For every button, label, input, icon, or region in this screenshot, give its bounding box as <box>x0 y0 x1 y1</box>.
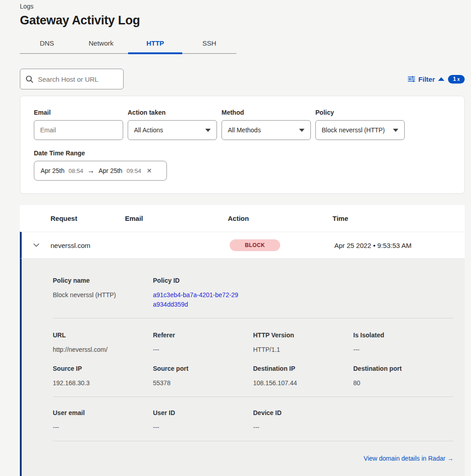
start-date: Apr 25th <box>41 167 65 174</box>
search-icon <box>26 75 33 83</box>
user-id-label: User ID <box>153 409 253 416</box>
request-host: neverssl.com <box>51 242 90 249</box>
method-select[interactable]: All Methods <box>222 120 311 140</box>
user-email-field: User email --- <box>53 409 153 441</box>
expanded-row-details: Policy name Block neverssl (HTTP) Policy… <box>20 259 465 476</box>
block-status-badge: BLOCK <box>230 239 280 251</box>
clear-date-range-icon[interactable]: ✕ <box>147 167 152 174</box>
action-taken-label: Action taken <box>128 109 217 116</box>
destination-ip-value: 108.156.107.44 <box>253 378 353 388</box>
filter-count: 1 <box>453 76 456 82</box>
table-header-row: Request Email Action Time <box>20 205 465 232</box>
filter-fields-row: Email Action taken All Actions Method Al… <box>34 109 451 140</box>
action-taken-field: Action taken All Actions <box>128 109 217 140</box>
collapse-caret-icon <box>438 77 444 81</box>
date-time-range-field: Date Time Range Apr 25th 08:54 → Apr 25t… <box>34 149 451 181</box>
destination-port-field: Destination port 80 <box>353 365 453 397</box>
toolbar: Filter 1 x <box>20 69 465 89</box>
user-id-value: --- <box>153 423 253 432</box>
device-id-label: Device ID <box>253 409 353 416</box>
referer-label: Referer <box>153 331 253 339</box>
gateway-activity-log-page: Logs Gateway Activity Log DNS Network HT… <box>0 0 471 476</box>
end-time: 09:54 <box>126 168 141 174</box>
policy-value: Block neverssl (HTTP) <box>322 126 385 134</box>
breadcrumb[interactable]: Logs <box>20 3 465 10</box>
search-box <box>20 69 124 89</box>
url-field: URL http://neverssl.com/ <box>53 331 153 365</box>
network-section: Source IP 192.168.30.3 Source port 55378… <box>53 365 453 397</box>
device-id-value: --- <box>253 423 353 432</box>
http-version-field: HTTP Version HTTP/1.1 <box>253 331 353 365</box>
filter-panel: Email Action taken All Actions Method Al… <box>20 96 465 194</box>
is-isolated-label: Is Isolated <box>353 331 453 339</box>
search-input[interactable] <box>38 75 118 83</box>
action-taken-select[interactable]: All Actions <box>128 120 217 140</box>
column-header-action: Action <box>228 215 332 222</box>
destination-ip-label: Destination IP <box>253 365 353 372</box>
table-row[interactable]: neverssl.com BLOCK Apr 25 2022 • 9:53:53… <box>20 232 465 259</box>
start-time: 08:54 <box>69 168 83 174</box>
date-time-range-label: Date Time Range <box>34 149 451 157</box>
filter-controls: Filter 1 x <box>408 75 465 84</box>
page-title: Gateway Activity Log <box>20 14 465 28</box>
source-ip-field: Source IP 192.168.30.3 <box>53 365 153 397</box>
referer-value: --- <box>153 345 253 355</box>
column-header-request: Request <box>20 215 125 222</box>
user-email-label: User email <box>53 409 153 416</box>
section-divider <box>53 397 453 397</box>
email-filter-label: Email <box>34 109 123 116</box>
filter-toggle-button[interactable]: Filter <box>408 75 444 83</box>
tab-ssh[interactable]: SSH <box>182 35 236 53</box>
url-label: URL <box>53 331 153 339</box>
tab-http[interactable]: HTTP <box>128 35 182 53</box>
chevron-down-icon <box>393 129 398 132</box>
destination-port-label: Destination port <box>353 365 453 372</box>
source-port-value: 55378 <box>153 378 253 388</box>
section-divider <box>53 441 453 441</box>
is-isolated-value: --- <box>353 345 453 355</box>
source-ip-label: Source IP <box>53 365 153 372</box>
column-header-time: Time <box>332 215 465 222</box>
user-section: User email --- User ID --- Device ID --- <box>53 409 453 441</box>
url-value: http://neverssl.com/ <box>53 345 153 355</box>
expand-chevron-icon[interactable] <box>22 243 51 247</box>
tab-dns[interactable]: DNS <box>20 35 74 53</box>
activity-log-table: Request Email Action Time neverssl.com B… <box>20 205 465 476</box>
tab-network[interactable]: Network <box>74 35 128 53</box>
email-filter-field: Email <box>34 109 123 140</box>
source-port-label: Source port <box>153 365 253 372</box>
user-id-field: User ID --- <box>153 409 253 441</box>
policy-select[interactable]: Block neverssl (HTTP) <box>315 120 405 140</box>
http-version-label: HTTP Version <box>253 331 353 339</box>
method-field: Method All Methods <box>222 109 311 140</box>
radar-link-row: View domain details in Radar → <box>53 455 453 462</box>
action-taken-value: All Actions <box>134 126 163 134</box>
time-cell: Apr 25 2022 • 9:53:53 AM <box>334 242 465 249</box>
user-email-value: --- <box>53 423 153 432</box>
policy-id-field: Policy ID a91c3eb4-ba7a-4201-be72-29a934… <box>153 277 253 318</box>
source-ip-value: 192.168.30.3 <box>53 378 153 388</box>
policy-name-value: Block neverssl (HTTP) <box>53 290 153 300</box>
filter-count-badge[interactable]: 1 x <box>448 75 465 84</box>
policy-label: Policy <box>315 109 405 116</box>
method-value: All Methods <box>228 126 261 134</box>
policy-id-link[interactable]: a91c3eb4-ba7a-4201-be72-29a934dd359d <box>153 290 241 309</box>
policy-field: Policy Block neverssl (HTTP) <box>315 109 405 140</box>
action-cell: BLOCK <box>230 239 334 251</box>
end-date: Apr 25th <box>98 167 122 174</box>
method-label: Method <box>222 109 311 116</box>
request-cell: neverssl.com <box>22 242 127 249</box>
section-divider <box>53 318 453 318</box>
filter-sliders-icon <box>408 76 415 82</box>
destination-port-value: 80 <box>353 378 453 388</box>
clear-filters-x-icon[interactable]: x <box>457 77 460 82</box>
date-time-range-picker[interactable]: Apr 25th 08:54 → Apr 25th 09:54 ✕ <box>34 161 167 181</box>
device-id-field: Device ID --- <box>253 409 353 441</box>
source-port-field: Source port 55378 <box>153 365 253 397</box>
policy-name-field: Policy name Block neverssl (HTTP) <box>53 277 153 318</box>
chevron-down-icon <box>299 129 305 132</box>
http-version-value: HTTP/1.1 <box>253 345 353 355</box>
email-filter-input[interactable] <box>34 120 123 140</box>
view-domain-radar-link[interactable]: View domain details in Radar → <box>364 455 453 462</box>
policy-section: Policy name Block neverssl (HTTP) Policy… <box>53 277 453 318</box>
